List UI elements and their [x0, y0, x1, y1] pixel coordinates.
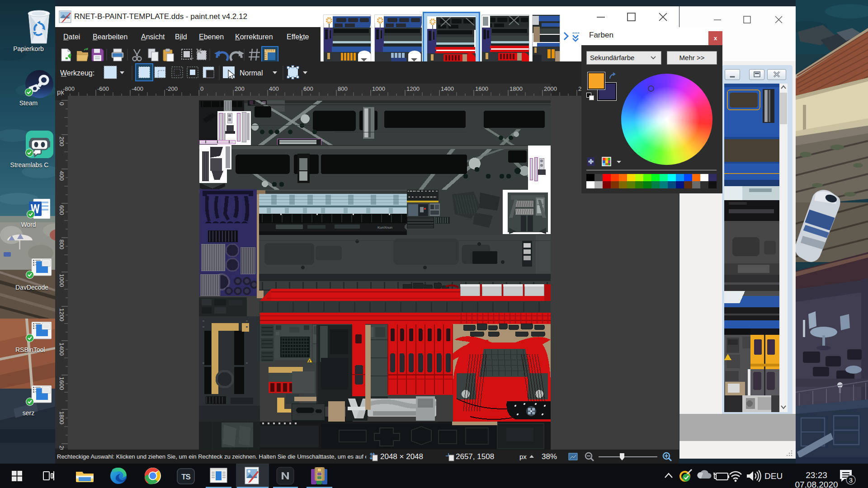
svg-text:1600: 1600 [475, 85, 488, 92]
svg-text:200: 200 [58, 136, 65, 146]
svg-text:1800: 1800 [58, 411, 65, 424]
svg-text:KunXnun: KunXnun [377, 225, 392, 230]
svg-text:-400: -400 [132, 85, 143, 92]
svg-text:2000: 2000 [58, 446, 65, 450]
svg-text:TS: TS [181, 473, 190, 481]
svg-text:800: 800 [338, 85, 348, 92]
svg-text:0: 0 [200, 85, 203, 92]
svg-text:400: 400 [269, 85, 279, 92]
svg-text:-600: -600 [97, 85, 109, 92]
svg-text:Normal: Normal [240, 69, 263, 77]
svg-text:-800: -800 [63, 85, 75, 92]
svg-text:1000: 1000 [372, 85, 385, 92]
svg-text:2000: 2000 [544, 85, 557, 92]
svg-text:-200: -200 [166, 85, 178, 92]
svg-text:600: 600 [58, 205, 65, 215]
svg-text:800: 800 [58, 239, 65, 249]
svg-text:23:23: 23:23 [806, 470, 827, 480]
svg-text:1600: 1600 [58, 377, 65, 390]
svg-text:DEU: DEU [764, 471, 783, 481]
svg-text:0: 0 [58, 102, 65, 105]
svg-text:1800: 1800 [509, 85, 523, 92]
svg-text:400: 400 [58, 171, 65, 181]
svg-text:px: px [519, 453, 527, 460]
svg-text:2048 × 2048: 2048 × 2048 [380, 452, 423, 461]
svg-text:1000: 1000 [58, 274, 65, 287]
svg-text:1400: 1400 [58, 343, 65, 356]
svg-text:3: 3 [849, 476, 853, 484]
svg-text:200: 200 [235, 85, 245, 92]
svg-text:1400: 1400 [441, 85, 454, 92]
svg-text:07.08.2020: 07.08.2020 [795, 480, 838, 488]
svg-text:600: 600 [303, 85, 313, 92]
svg-text:2657, 1508: 2657, 1508 [456, 452, 494, 461]
svg-text:1200: 1200 [406, 85, 420, 92]
svg-text:px: px [57, 88, 64, 96]
svg-text:Werkzeug:: Werkzeug: [60, 69, 94, 77]
svg-text:38%: 38% [542, 452, 557, 461]
svg-text:1200: 1200 [58, 308, 65, 321]
